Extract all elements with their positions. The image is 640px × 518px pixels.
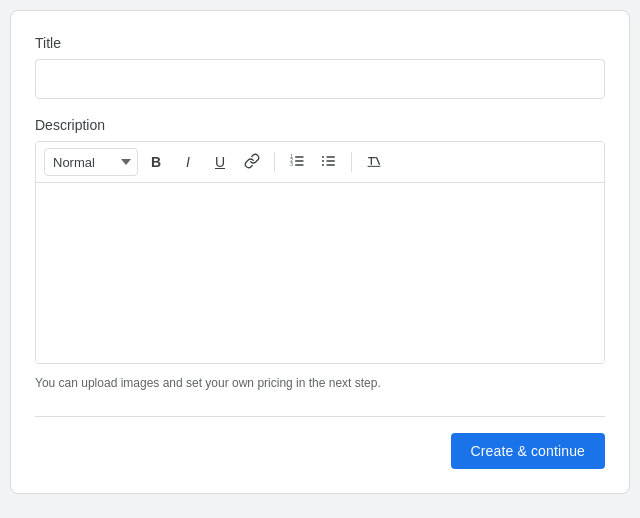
description-label: Description (35, 117, 605, 133)
form-footer: Create & continue (35, 416, 605, 469)
unordered-list-button[interactable] (315, 148, 343, 176)
clear-format-button[interactable] (360, 148, 388, 176)
link-icon (244, 153, 260, 172)
unordered-list-icon (321, 153, 337, 172)
svg-line-14 (377, 157, 380, 164)
format-select[interactable]: Normal Heading 1 Heading 2 Heading 3 (44, 148, 138, 176)
description-editor: Normal Heading 1 Heading 2 Heading 3 B I… (35, 141, 605, 364)
svg-text:3: 3 (290, 162, 293, 167)
form-card: Title Description Normal Heading 1 Headi… (10, 10, 630, 494)
svg-point-10 (322, 160, 324, 162)
toolbar-divider-2 (351, 152, 352, 172)
toolbar-divider (274, 152, 275, 172)
create-continue-button[interactable]: Create & continue (451, 433, 605, 469)
link-button[interactable] (238, 148, 266, 176)
title-input[interactable] (35, 59, 605, 99)
bold-label: B (151, 154, 161, 170)
svg-point-9 (322, 156, 324, 158)
bold-button[interactable]: B (142, 148, 170, 176)
underline-button[interactable]: U (206, 148, 234, 176)
title-label: Title (35, 35, 605, 51)
clear-format-icon (366, 153, 382, 172)
editor-toolbar: Normal Heading 1 Heading 2 Heading 3 B I… (36, 142, 604, 183)
create-button-label: Create & continue (471, 443, 585, 459)
italic-button[interactable]: I (174, 148, 202, 176)
description-textarea[interactable] (36, 183, 604, 363)
ordered-list-icon: 1 2 3 (289, 153, 305, 172)
italic-label: I (186, 154, 190, 170)
underline-label: U (215, 154, 225, 170)
hint-text: You can upload images and set your own p… (35, 374, 605, 392)
ordered-list-button[interactable]: 1 2 3 (283, 148, 311, 176)
svg-point-11 (322, 164, 324, 166)
